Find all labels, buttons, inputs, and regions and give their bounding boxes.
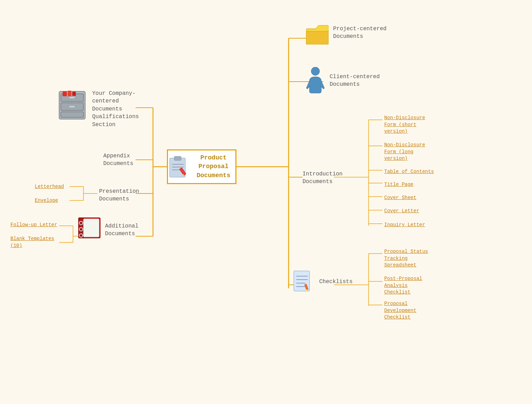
client-centered-icon xyxy=(306,67,325,97)
additional-icon xyxy=(76,216,102,241)
company-centered-icon xyxy=(56,90,89,123)
central-node-label: Product ProposalDocuments xyxy=(192,154,235,180)
svg-rect-58 xyxy=(72,92,76,96)
central-node: Product ProposalDocuments xyxy=(167,149,236,184)
svg-rect-35 xyxy=(174,156,181,160)
checklists-icon xyxy=(292,269,313,294)
svg-rect-57 xyxy=(68,91,71,96)
svg-point-42 xyxy=(311,67,320,75)
svg-rect-56 xyxy=(63,91,67,96)
svg-rect-53 xyxy=(61,112,83,117)
svg-rect-64 xyxy=(83,219,99,237)
svg-rect-54 xyxy=(69,97,75,99)
svg-rect-55 xyxy=(69,106,75,108)
project-centered-icon xyxy=(306,24,329,46)
